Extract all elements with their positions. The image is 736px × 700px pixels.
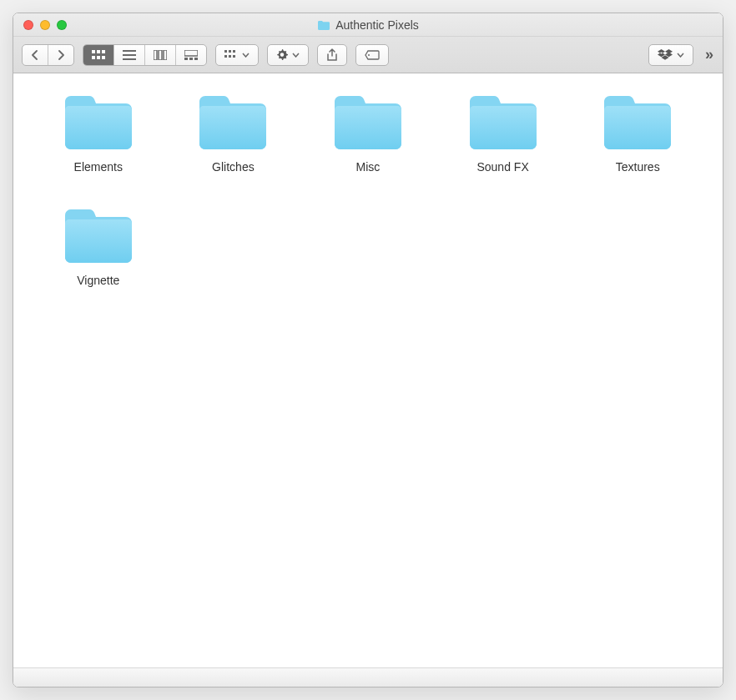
back-button[interactable] [23,45,48,65]
svg-rect-1 [97,50,100,53]
svg-rect-15 [194,58,198,60]
close-button[interactable] [23,20,33,30]
folder-icon [317,19,330,31]
svg-rect-4 [97,56,100,59]
folder-label: Misc [356,160,381,174]
chevron-right-icon [57,50,65,60]
window-title: Authentic Pixels [13,18,723,32]
folder-label: Elements [74,160,123,174]
folder-icon [332,93,404,152]
folder-label: Vignette [77,274,119,287]
minimize-button[interactable] [40,20,50,30]
view-mode-buttons [83,44,207,66]
action-dropdown[interactable] [267,44,309,66]
svg-rect-16 [224,50,227,53]
chevron-down-icon [292,53,300,58]
svg-rect-20 [229,55,231,58]
folder-item[interactable]: Sound FX [448,93,558,174]
folder-icon [63,207,134,265]
tag-button[interactable] [355,44,389,66]
status-bar [13,668,723,687]
finder-window: Authentic Pixels [13,13,723,687]
folder-item[interactable]: Glitches [179,93,289,174]
grid-icon [92,50,105,60]
svg-rect-7 [123,54,136,56]
gallery-view-button[interactable] [176,45,206,65]
gallery-icon [184,50,198,60]
svg-rect-0 [92,50,95,53]
group-icon [224,50,238,60]
svg-rect-18 [233,50,235,53]
dropbox-dropdown[interactable] [648,44,693,66]
overflow-button[interactable]: » [702,46,714,63]
svg-rect-19 [224,55,227,58]
folder-icon [602,93,673,152]
gear-icon [276,49,288,61]
svg-rect-10 [159,50,162,60]
list-view-button[interactable] [114,45,145,65]
chevron-down-icon [242,53,250,58]
svg-rect-2 [102,50,105,53]
folder-item[interactable]: Textures [582,93,693,174]
folder-label: Glitches [212,160,255,174]
icon-view-button[interactable] [83,45,114,65]
folder-item[interactable]: Vignette [43,207,154,287]
share-icon [326,48,338,62]
folder-item[interactable]: Misc [313,93,423,174]
titlebar: Authentic Pixels [13,13,723,37]
forward-button[interactable] [48,45,73,65]
folder-label: Sound FX [476,160,528,174]
folder-label: Textures [616,160,660,174]
svg-point-22 [368,54,370,56]
folder-grid: Elements Glitches Misc [13,73,723,668]
svg-rect-17 [229,50,231,53]
svg-rect-3 [92,56,95,59]
share-button[interactable] [317,44,347,66]
svg-rect-8 [123,58,136,60]
folder-icon [467,93,539,152]
svg-rect-21 [233,55,235,58]
traffic-lights [13,20,67,30]
svg-rect-14 [189,58,193,60]
toolbar: » [13,37,723,73]
tag-icon [365,50,380,60]
window-title-text: Authentic Pixels [335,18,419,32]
group-dropdown[interactable] [215,44,259,66]
chevron-left-icon [31,50,39,60]
columns-icon [154,50,167,60]
svg-rect-9 [154,50,157,60]
nav-buttons [22,44,74,66]
svg-rect-13 [184,58,188,60]
folder-icon [63,93,134,152]
folder-icon [197,93,269,152]
svg-rect-6 [123,50,136,52]
folder-item[interactable]: Elements [43,93,154,174]
list-icon [123,50,136,60]
svg-rect-12 [184,50,198,56]
column-view-button[interactable] [145,45,176,65]
fullscreen-button[interactable] [57,20,67,30]
svg-rect-5 [102,56,105,59]
chevron-down-icon [677,53,684,58]
svg-rect-11 [164,50,167,60]
dropbox-icon [658,49,673,61]
